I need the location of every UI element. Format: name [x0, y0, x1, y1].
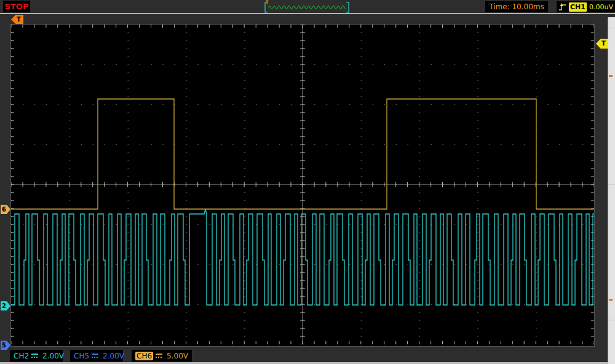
channel6-marker-label: 6: [2, 207, 6, 213]
trigger-level-label: T: [601, 41, 606, 47]
side-panel-edge: [608, 17, 615, 364]
oscilloscope-app: STOP T Time: 10.00ms CH1 0.00uV T T 6 2: [0, 0, 615, 364]
timebase-value: Time: 10.00ms: [489, 2, 544, 11]
dc-coupling-icon: [156, 354, 162, 358]
trigger-level-marker[interactable]: T: [596, 39, 608, 49]
trigger-source-chip: CH1: [569, 2, 587, 12]
acquisition-status-text: STOP: [5, 2, 29, 11]
panel-text-fragment: [609, 299, 613, 301]
waveform-display: [11, 25, 594, 344]
channel5-scale: 2.00V: [103, 352, 124, 360]
channel6-scale: 5.00V: [167, 352, 188, 360]
preview-waveform-icon: [264, 1, 349, 14]
top-bar: STOP T Time: 10.00ms CH1 0.00uV: [0, 0, 615, 13]
acquisition-status-badge[interactable]: STOP: [3, 1, 30, 12]
trigger-info-badge[interactable]: CH1 0.00uV: [557, 1, 615, 12]
panel-text-fragment: [609, 75, 613, 77]
channel2-badge[interactable]: CH2 2.00V: [10, 350, 63, 362]
panel-divider: [608, 320, 615, 320]
dc-coupling-icon: [92, 354, 98, 358]
channel6-badge[interactable]: CH6 5.00V: [132, 350, 192, 362]
timebase-badge[interactable]: Time: 10.00ms: [485, 1, 548, 12]
channel5-marker-label: 5: [2, 342, 6, 349]
scope-screen: [10, 24, 595, 347]
panel-divider: [608, 184, 615, 185]
panel-divider: [608, 28, 615, 28]
dc-coupling-icon: [31, 354, 38, 358]
trigger-level-value: 0.00uV: [589, 3, 613, 11]
rising-edge-trigger-icon: [558, 2, 566, 12]
channel6-position-marker[interactable]: 6: [1, 205, 10, 214]
channel5-badge[interactable]: CH5 2.00V: [70, 350, 123, 362]
top-separator: [0, 13, 615, 14]
channel2-marker-label: 2: [2, 303, 6, 309]
channel2-name: CH2: [14, 352, 29, 360]
channel6-name: CH6: [135, 352, 153, 360]
channel5-name: CH5: [74, 352, 89, 360]
preview-trigger-marker: T: [265, 0, 269, 5]
trigger-position-marker[interactable]: T: [11, 15, 23, 24]
channel2-position-marker[interactable]: 2: [1, 301, 10, 311]
memory-window-preview[interactable]: T: [264, 1, 349, 13]
trigger-position-label: T: [17, 17, 21, 23]
channel2-scale: 2.00V: [42, 352, 64, 360]
